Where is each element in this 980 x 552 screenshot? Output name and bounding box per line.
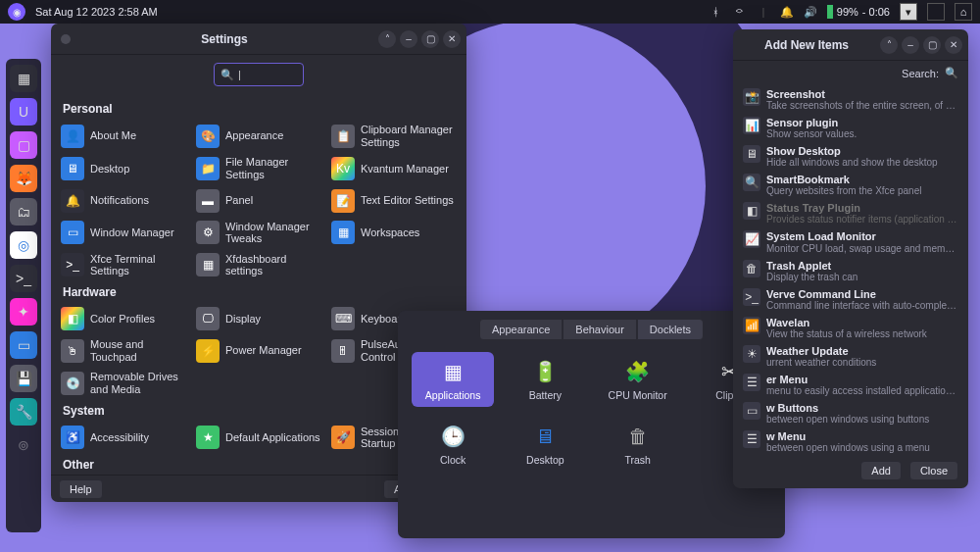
- plugin-description: between open windows using buttons: [766, 414, 929, 425]
- settings-item[interactable]: ▬Panel: [196, 187, 321, 215]
- maximize-button[interactable]: ▢: [421, 30, 439, 48]
- window-menu-icon[interactable]: [61, 34, 71, 44]
- docklet-applications[interactable]: ▦Applications: [412, 352, 494, 407]
- settings-item-label: Display: [225, 313, 261, 326]
- panel-plugin-item[interactable]: 🔍SmartBookmarkQuery websites from the Xf…: [739, 171, 964, 199]
- close-button[interactable]: ✕: [443, 30, 461, 48]
- settings-item-label: Accessibility: [90, 431, 149, 444]
- home-button[interactable]: ⌂: [955, 3, 972, 21]
- dock-app-icon-1[interactable]: ▢: [10, 131, 37, 159]
- docklet-trash[interactable]: 🗑Trash: [597, 417, 679, 472]
- plugin-description: Provides status notifier items (applicat…: [766, 214, 957, 225]
- settings-item-label: Kvantum Manager: [361, 163, 449, 176]
- settings-item[interactable]: 🔔Notifications: [61, 187, 186, 215]
- plugin-icon: >_: [743, 288, 760, 306]
- rollup-button[interactable]: ˄: [378, 30, 396, 48]
- maximize-button[interactable]: ▢: [923, 36, 941, 54]
- panel-plugin-item[interactable]: 📸ScreenshotTake screenshots of the entir…: [739, 85, 964, 114]
- start-menu-icon[interactable]: ◉: [8, 3, 25, 21]
- plugin-icon: 🗑: [743, 260, 760, 277]
- settings-search-input[interactable]: 🔍 |: [214, 63, 304, 86]
- workspace-box-2[interactable]: [927, 3, 945, 21]
- settings-item[interactable]: 🖱Mouse and Touchpad: [61, 336, 186, 365]
- settings-item[interactable]: ▭Window Manager: [61, 219, 186, 247]
- settings-item[interactable]: ⚡Power Manager: [196, 336, 321, 365]
- dock-drive-icon[interactable]: 💾: [10, 365, 37, 392]
- panel-plugin-item[interactable]: 📈System Load MonitorMonitor CPU load, sw…: [739, 227, 964, 256]
- dock-app-icon-2[interactable]: ◎: [10, 231, 37, 259]
- notification-bell-icon[interactable]: 🔔: [780, 5, 794, 19]
- settings-item-label: Desktop: [90, 163, 129, 176]
- volume-icon[interactable]: 🔊: [804, 5, 817, 19]
- window-manager-icon: ▭: [61, 221, 84, 244]
- close-dialog-button[interactable]: Close: [909, 461, 958, 480]
- settings-item[interactable]: 🖥Desktop: [61, 154, 186, 182]
- settings-item[interactable]: ▦Workspaces: [331, 219, 457, 247]
- dock-workspaces-icon[interactable]: ▦: [10, 65, 37, 92]
- panel-plugin-item[interactable]: >_Verve Command LineCommand line interfa…: [739, 285, 964, 314]
- dock-trash-icon[interactable]: ⊚: [10, 431, 37, 459]
- settings-item[interactable]: 👤About Me: [61, 122, 186, 150]
- dock-ubuntu-icon[interactable]: U: [10, 98, 37, 125]
- clipboard-manager-settings-icon: 📋: [331, 125, 355, 148]
- docklet-clock[interactable]: 🕒Clock: [412, 417, 494, 472]
- panel-plugin-item[interactable]: 📶WavelanView the status of a wireless ne…: [739, 314, 964, 342]
- help-button[interactable]: Help: [59, 479, 103, 499]
- panel-plugin-item[interactable]: 🖥Show DesktopHide all windows and show t…: [739, 142, 964, 171]
- plugin-title: w Buttons: [766, 402, 929, 414]
- dock-settings-icon[interactable]: 🔧: [10, 398, 37, 426]
- plugin-description: Query websites from the Xfce panel: [766, 185, 921, 196]
- settings-item[interactable]: ⚙Window Manager Tweaks: [196, 219, 321, 247]
- panel-plugin-item[interactable]: ▭w Buttonsbetween open windows using but…: [739, 399, 964, 427]
- top-panel: ◉ Sat Aug 12 2023 2:58 AM ᚼ ⌔ | 🔔 🔊 99% …: [0, 0, 980, 24]
- dock-app-icon-3[interactable]: ✦: [10, 298, 37, 326]
- bluetooth-icon[interactable]: ᚼ: [710, 5, 723, 19]
- wifi-icon[interactable]: ⌔: [733, 5, 747, 19]
- settings-item[interactable]: ▦Xfdashboard settings: [196, 251, 321, 279]
- settings-item-label: Xfce Terminal Settings: [90, 253, 186, 277]
- docklet-cpu-monitor[interactable]: 🧩CPU Monitor: [597, 352, 679, 407]
- settings-item[interactable]: 📁File Manager Settings: [196, 154, 321, 182]
- panel-plugin-item[interactable]: ◧Status Tray PluginProvides status notif…: [739, 199, 964, 227]
- docklet-battery[interactable]: 🔋Battery: [504, 352, 586, 407]
- dock-files-icon[interactable]: 🗂: [10, 198, 37, 226]
- panel-plugin-item[interactable]: ☰w Menubetween open windows using a menu: [739, 427, 964, 453]
- tab-docklets[interactable]: Docklets: [637, 319, 704, 340]
- plugin-icon: 🔍: [743, 174, 760, 191]
- dock-firefox-icon[interactable]: 🦊: [10, 165, 37, 192]
- battery-indicator[interactable]: 99% - 0:06: [827, 5, 890, 19]
- settings-titlebar[interactable]: Settings ˄ – ▢ ✕: [51, 24, 466, 55]
- settings-item[interactable]: 🎨Appearance: [196, 122, 321, 150]
- settings-item-label: Window Manager Tweaks: [225, 221, 321, 245]
- plugin-title: Show Desktop: [766, 145, 938, 157]
- dock-terminal-icon[interactable]: >_: [10, 265, 37, 292]
- settings-item[interactable]: ♿Accessibility: [61, 424, 186, 452]
- settings-item[interactable]: KvKvantum Manager: [331, 154, 457, 182]
- settings-item[interactable]: 🖵Display: [196, 305, 321, 332]
- settings-item-label: Removable Drives and Media: [90, 371, 186, 395]
- tab-appearance[interactable]: Appearance: [479, 319, 563, 340]
- workspace-switcher-box[interactable]: ▾: [900, 3, 917, 21]
- minimize-button[interactable]: –: [902, 36, 919, 54]
- settings-item[interactable]: 📋Clipboard Manager Settings: [331, 122, 457, 150]
- settings-item[interactable]: 💿Removable Drives and Media: [61, 369, 186, 397]
- docklet-desktop[interactable]: 🖥Desktop: [504, 417, 586, 472]
- close-button[interactable]: ✕: [945, 36, 962, 54]
- plugin-icon: 📶: [743, 317, 760, 334]
- minimize-button[interactable]: –: [400, 30, 417, 48]
- settings-item[interactable]: 📝Text Editor Settings: [331, 187, 457, 215]
- accessibility-icon: ♿: [61, 426, 84, 449]
- plugin-description: menu to easily access installed applicat…: [766, 385, 956, 396]
- search-icon[interactable]: 🔍: [945, 67, 958, 79]
- panel-plugin-item[interactable]: ☀Weather Updateurrent weather conditions: [739, 342, 964, 371]
- settings-item[interactable]: ◧Color Profiles: [61, 305, 186, 332]
- settings-item[interactable]: >_Xfce Terminal Settings: [61, 251, 186, 279]
- tab-behaviour[interactable]: Behaviour: [563, 319, 637, 340]
- panel-plugin-item[interactable]: 🗑Trash AppletDisplay the trash can: [739, 257, 964, 285]
- panel-plugin-item[interactable]: ☰er Menumenu to easily access installed …: [739, 371, 964, 399]
- add-button[interactable]: Add: [860, 461, 902, 480]
- panel-plugin-item[interactable]: 📊Sensor pluginShow sensor values.: [739, 114, 964, 142]
- rollup-button[interactable]: ˄: [880, 36, 898, 54]
- settings-item[interactable]: ★Default Applications: [196, 424, 321, 452]
- dock-app-icon-4[interactable]: ▭: [10, 331, 37, 359]
